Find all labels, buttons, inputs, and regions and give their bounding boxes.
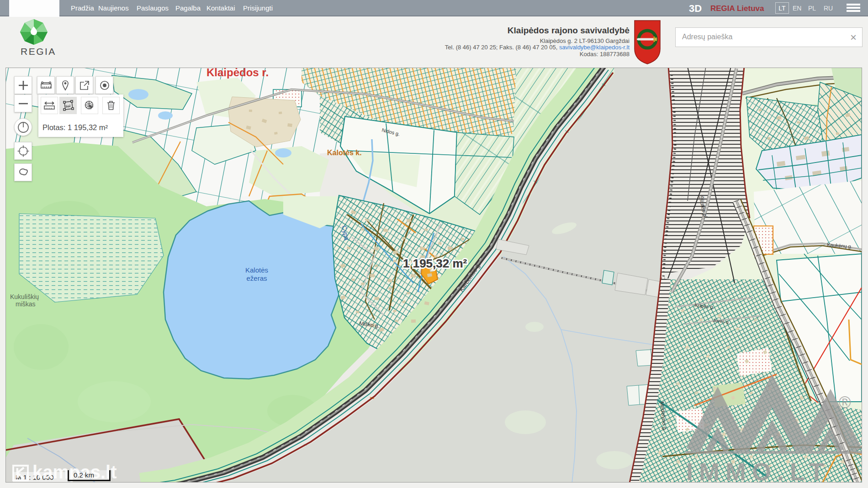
svg-text:Kalotės: Kalotės [245,266,268,274]
svg-text:IMMO.LT: IMMO.LT [686,458,830,482]
svg-text:Kukuliškių: Kukuliškių [10,293,39,300]
svg-text:ežeras: ežeras [246,274,267,282]
svg-text:Klaipėdos r.: Klaipėdos r. [206,68,269,79]
svg-text:Kalotės k.: Kalotės k. [327,149,362,157]
svg-text:1 195,32 m²: 1 195,32 m² [403,257,467,270]
svg-text:®: ® [839,393,851,412]
svg-text:miškas: miškas [16,300,36,308]
